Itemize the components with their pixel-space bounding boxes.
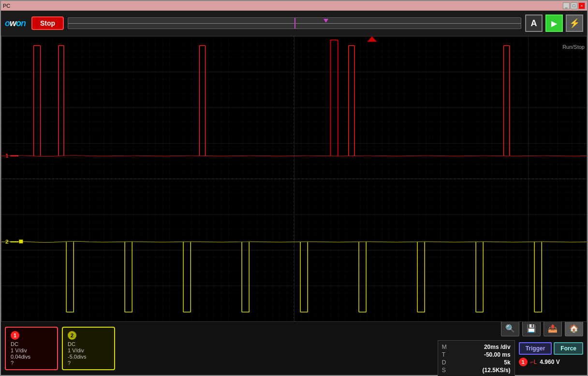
trigger-force-panel: Trigger Force 1 ⌐L 4.960 V xyxy=(519,340,583,366)
meas-M-value: 20ms /div xyxy=(484,344,511,350)
ch1-coupling: DC xyxy=(11,341,52,347)
ch2-number: 2 xyxy=(68,331,76,340)
ch1-volts-div: 1 V/div xyxy=(11,347,52,353)
ch2-volts-div: 1 V/div xyxy=(68,347,109,353)
play-icon: ▶ xyxy=(551,19,557,28)
run-stop-label: Run/Stop xyxy=(562,44,585,50)
stop-button[interactable]: Stop xyxy=(31,16,64,30)
meas-M-label: M xyxy=(442,344,447,350)
trigger-force-buttons: Trigger Force xyxy=(519,342,583,355)
measurements-panel: M 20ms /div T -50.00 ms D 5k S (12.5KS/s… xyxy=(438,340,515,376)
toolbar-right: A ▶ ⚡ xyxy=(525,14,583,32)
meas-S-row: S (12.5KS/s) xyxy=(442,367,511,374)
search-icon: 🔍 xyxy=(505,324,515,333)
meas-S-label: S xyxy=(442,367,446,374)
bottom-panel: 1 DC 1 V/div 0.04divs ? 2 DC 1 V/div -5.… xyxy=(1,322,587,375)
window-title: PC xyxy=(3,3,563,9)
timeline-position-marker xyxy=(294,18,295,29)
export-icon: 📤 xyxy=(548,324,558,333)
home-icon: 🏠 xyxy=(569,324,579,333)
ch1-info-box[interactable]: 1 DC 1 V/div 0.04divs ? xyxy=(5,327,58,370)
home-icon-btn[interactable]: 🏠 xyxy=(565,320,583,336)
svg-text:1: 1 xyxy=(5,153,9,159)
close-button[interactable]: × xyxy=(578,2,585,9)
trigger-info: 1 ⌐L 4.960 V xyxy=(519,358,583,366)
search-icon-btn[interactable]: 🔍 xyxy=(501,320,519,336)
right-controls: 🔍 💾 📤 🏠 M 20ms /div xyxy=(438,320,583,376)
force-button[interactable]: Force xyxy=(554,342,583,355)
meas-T-row: T -50.00 ms xyxy=(442,351,511,358)
flash-button[interactable]: ⚡ xyxy=(566,14,583,32)
trigger-button[interactable]: Trigger xyxy=(519,342,552,355)
trigger-time-marker xyxy=(323,19,328,23)
svg-text:2: 2 xyxy=(5,239,9,246)
ch2-info-box[interactable]: 2 DC 1 V/div -5.0divs ? xyxy=(62,327,115,370)
title-bar-buttons: _ □ × xyxy=(563,2,585,9)
maximize-button[interactable]: □ xyxy=(571,2,577,9)
icon-row: 🔍 💾 📤 🏠 xyxy=(501,320,583,336)
ch2-position: -5.0divs xyxy=(68,354,109,360)
main-area: 1 xyxy=(1,36,587,322)
oscilloscope-screen[interactable]: 1 xyxy=(1,36,587,322)
timeline-bar[interactable] xyxy=(68,17,521,29)
meas-T-label: T xyxy=(442,351,445,358)
trigger-voltage: 4.960 V xyxy=(540,359,559,365)
meas-T-value: -50.00 ms xyxy=(484,351,511,358)
ch2-coupling: DC xyxy=(68,341,109,347)
meas-S-value: (12.5KS/s) xyxy=(483,367,511,374)
waveform-display: 1 xyxy=(1,36,587,321)
save-icon-btn[interactable]: 💾 xyxy=(522,320,541,336)
run-button[interactable]: ▶ xyxy=(545,14,563,32)
ch1-position: 0.04divs xyxy=(11,354,52,360)
logo: owon xyxy=(5,18,26,29)
save-icon: 💾 xyxy=(527,324,536,333)
meas-D-row: D 5k xyxy=(442,359,511,366)
svg-rect-55 xyxy=(19,240,23,244)
meas-M-row: M 20ms /div xyxy=(442,344,511,350)
trigger-ch-indicator: 1 xyxy=(519,358,528,366)
trigger-ch-symbol: ⌐L xyxy=(530,359,537,365)
meas-D-value: 5k xyxy=(504,359,510,366)
ch1-number: 1 xyxy=(11,331,19,340)
title-bar: PC _ □ × xyxy=(1,1,587,11)
meas-D-label: D xyxy=(442,359,446,366)
ch1-probe: ? xyxy=(11,360,52,366)
minimize-button[interactable]: _ xyxy=(563,2,570,9)
toolbar: owon Stop A ▶ ⚡ xyxy=(1,11,587,36)
ch2-probe: ? xyxy=(68,360,109,366)
btn-a[interactable]: A xyxy=(525,14,543,32)
export-icon-btn[interactable]: 📤 xyxy=(544,320,562,336)
main-window: PC _ □ × owon Stop A ▶ ⚡ xyxy=(0,0,588,376)
